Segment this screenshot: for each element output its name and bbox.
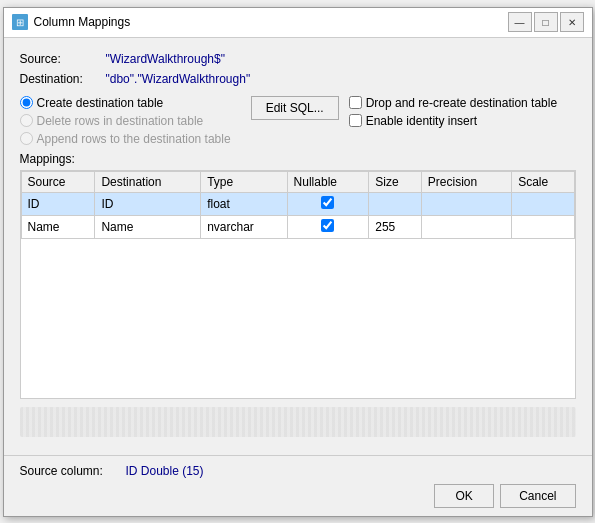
cell-3 [287,192,369,215]
cell-4: 255 [369,215,422,238]
create-table-option[interactable]: Create destination table [20,96,231,110]
column-mappings-window: ⊞ Column Mappings — □ ✕ Source: "WizardW… [3,7,593,517]
destination-row: Destination: "dbo"."WizardWalkthrough" [20,72,576,86]
col-source: Source [21,171,95,192]
table-header-row: Source Destination Type Nullable Size Pr… [21,171,574,192]
mappings-section: Mappings: Source Destination Type Nullab… [20,152,576,441]
delete-rows-option[interactable]: Delete rows in destination table [20,114,231,128]
append-rows-label: Append rows to the destination table [37,132,231,146]
enable-identity-label: Enable identity insert [366,114,477,128]
edit-sql-button[interactable]: Edit SQL... [251,96,339,120]
cell-2: nvarchar [201,215,287,238]
delete-rows-label: Delete rows in destination table [37,114,204,128]
footer: Source column: ID Double (15) OK Cancel [4,455,592,516]
footer-buttons: OK Cancel [20,484,576,508]
col-size: Size [369,171,422,192]
wavy-decoration [20,407,576,437]
source-row: Source: "WizardWalkthrough$" [20,52,576,66]
col-scale: Scale [512,171,574,192]
minimize-button[interactable]: — [508,12,532,32]
cancel-button[interactable]: Cancel [500,484,575,508]
cell-5 [421,192,511,215]
window-icon: ⊞ [12,14,28,30]
mappings-table-container[interactable]: Source Destination Type Nullable Size Pr… [20,170,576,399]
col-nullable: Nullable [287,171,369,192]
mappings-label: Mappings: [20,152,576,166]
radio-options: Create destination table Delete rows in … [20,96,231,146]
cell-6 [512,192,574,215]
content-area: Source: "WizardWalkthrough$" Destination… [4,38,592,455]
maximize-button[interactable]: □ [534,12,558,32]
title-bar-controls: — □ ✕ [508,12,584,32]
table-row[interactable]: NameNamenvarchar255 [21,215,574,238]
source-value: "WizardWalkthrough$" [106,52,225,66]
cell-5 [421,215,511,238]
destination-value: "dbo"."WizardWalkthrough" [106,72,251,86]
cell-6 [512,215,574,238]
options-row: Create destination table Delete rows in … [20,96,576,146]
append-rows-option[interactable]: Append rows to the destination table [20,132,231,146]
window-title: Column Mappings [34,15,508,29]
cell-0: ID [21,192,95,215]
source-col-label: Source column: [20,464,120,478]
title-bar: ⊞ Column Mappings — □ ✕ [4,8,592,38]
mappings-table: Source Destination Type Nullable Size Pr… [21,171,575,239]
source-column-row: Source column: ID Double (15) [20,464,576,478]
col-precision: Precision [421,171,511,192]
ok-button[interactable]: OK [434,484,494,508]
col-destination: Destination [95,171,201,192]
cell-1: Name [95,215,201,238]
source-label: Source: [20,52,100,66]
drop-recreate-option[interactable]: Drop and re-create destination table [349,96,557,110]
cell-2: float [201,192,287,215]
cell-4 [369,192,422,215]
checkbox-options: Drop and re-create destination table Ena… [349,96,557,128]
source-col-value: ID Double (15) [126,464,204,478]
cell-0: Name [21,215,95,238]
col-type: Type [201,171,287,192]
close-button[interactable]: ✕ [560,12,584,32]
cell-1: ID [95,192,201,215]
create-table-label: Create destination table [37,96,164,110]
destination-label: Destination: [20,72,100,86]
cell-3 [287,215,369,238]
table-row[interactable]: IDIDfloat [21,192,574,215]
drop-recreate-label: Drop and re-create destination table [366,96,557,110]
enable-identity-option[interactable]: Enable identity insert [349,114,557,128]
